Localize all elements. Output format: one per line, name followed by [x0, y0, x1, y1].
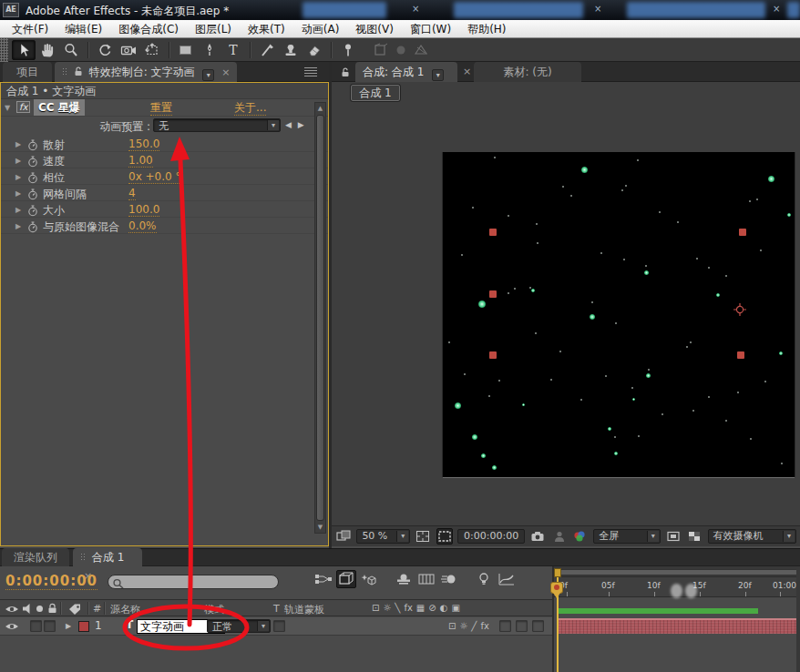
panel-menu-icon[interactable]	[304, 67, 317, 76]
always-preview-icon[interactable]	[335, 528, 352, 545]
switch-icon[interactable]: ⊡	[372, 603, 379, 613]
tab-render-queue[interactable]: 渲染队列	[2, 548, 69, 566]
property-expand-caret[interactable]	[15, 157, 21, 165]
resolution-dropdown[interactable]: 全屏	[593, 529, 661, 544]
hand-tool-icon[interactable]	[36, 40, 59, 60]
pen-tool-icon[interactable]	[198, 40, 221, 60]
switch-icon[interactable]: ▦	[416, 603, 425, 613]
puppet-pin-tool-icon[interactable]	[336, 40, 360, 60]
draft-3d-icon[interactable]	[336, 570, 356, 588]
column-t[interactable]: T	[273, 603, 280, 615]
layer-expand-caret[interactable]	[66, 622, 71, 630]
camera-view-dropdown[interactable]: 有效摄像机	[708, 529, 796, 544]
property-expand-caret[interactable]	[15, 173, 21, 181]
dropdown-arrow-icon[interactable]	[267, 120, 279, 130]
tab-composition[interactable]: 合成: 合成 1	[355, 62, 457, 82]
motion-blur-icon[interactable]	[439, 570, 459, 588]
comp-navigator-button[interactable]: 合成 1	[351, 85, 400, 101]
menu-item[interactable]: 效果(T)	[240, 20, 293, 38]
lock-icon[interactable]	[74, 66, 83, 76]
menu-item[interactable]: 视图(V)	[347, 20, 402, 38]
tab-close-icon[interactable]	[221, 66, 230, 78]
switch-box[interactable]	[532, 620, 544, 632]
tab-footage[interactable]: 素材: (无)	[474, 62, 581, 82]
stopwatch-icon[interactable]	[27, 219, 38, 237]
column-number[interactable]: #	[93, 603, 101, 615]
fx-badge-icon[interactable]: fx	[16, 101, 30, 113]
property-value[interactable]: 100.0	[128, 203, 159, 217]
scroll-down-icon[interactable]: ▼	[315, 522, 325, 533]
lock-icon[interactable]	[341, 67, 350, 77]
channel-rgb-icon[interactable]	[572, 528, 589, 545]
menu-item[interactable]: 帮助(H)	[459, 20, 514, 38]
menu-item[interactable]: 编辑(E)	[56, 20, 110, 38]
camera-tool-icon[interactable]	[117, 40, 140, 60]
menu-item[interactable]: 图层(L)	[187, 20, 240, 38]
label-color-swatch[interactable]	[78, 621, 89, 632]
brainstorm-icon[interactable]	[474, 570, 494, 588]
selection-tool-icon[interactable]	[12, 40, 36, 60]
layer-eye-icon[interactable]	[5, 621, 19, 632]
preset-prev-next-icons[interactable]: ◀ ▶	[285, 120, 306, 129]
property-expand-caret[interactable]	[15, 222, 21, 230]
magnification-dropdown[interactable]: 50 %	[356, 529, 410, 544]
layer-handle[interactable]	[489, 229, 497, 236]
anchor-crosshair-icon[interactable]	[733, 302, 746, 315]
property-value[interactable]: 0.0%	[128, 219, 157, 233]
video-eye-icon[interactable]	[5, 604, 19, 615]
menu-item[interactable]: 窗口(W)	[402, 20, 459, 38]
layer-switch-icon[interactable]: ☼	[459, 621, 467, 631]
effect-name[interactable]: CC 星爆	[34, 99, 85, 116]
live-update-icon[interactable]	[359, 570, 379, 588]
solo-checkbox[interactable]	[44, 620, 56, 632]
scrollbar-thumb[interactable]	[316, 115, 324, 521]
safe-margins-icon[interactable]	[415, 528, 431, 545]
transparency-grid-icon[interactable]	[686, 528, 703, 545]
property-expand-caret[interactable]	[15, 206, 21, 214]
layer-switch-icon[interactable]: ⊡	[448, 621, 456, 631]
frame-blending-icon[interactable]	[416, 570, 436, 588]
current-timecode[interactable]: 0:00:00:00	[5, 573, 97, 590]
rectangle-tool-icon[interactable]	[174, 40, 198, 60]
switch-icon[interactable]: ╲	[395, 603, 400, 613]
property-expand-caret[interactable]	[15, 140, 21, 148]
viewer-timecode[interactable]: 0:00:00:00	[457, 529, 525, 544]
dropdown-arrow-icon[interactable]	[396, 531, 408, 542]
layer-duration-bar[interactable]	[558, 618, 800, 634]
switch-icon[interactable]: ☼	[383, 603, 391, 613]
property-expand-caret[interactable]	[15, 189, 21, 198]
tab-effect-controls[interactable]: 特效控制台: 文字动画	[55, 62, 237, 82]
dropdown-arrow-icon[interactable]	[647, 531, 659, 542]
effect-expand-caret[interactable]	[5, 104, 10, 112]
property-value[interactable]: 4	[128, 187, 136, 200]
tab-dropdown-icon[interactable]	[202, 69, 214, 81]
work-area-start-handle[interactable]	[554, 568, 561, 577]
column-track-matte[interactable]: 轨道蒙板	[284, 603, 324, 616]
scroll-up-icon[interactable]: ▲	[315, 103, 325, 114]
tab-dropdown-icon[interactable]	[432, 69, 444, 81]
show-snapshot-icon[interactable]	[551, 528, 568, 545]
current-time-indicator-head[interactable]	[550, 582, 563, 594]
dropdown-arrow-icon[interactable]	[783, 531, 795, 542]
target-region-icon[interactable]	[665, 528, 682, 545]
rotation-tool-icon[interactable]	[93, 40, 117, 60]
brush-tool-icon[interactable]	[255, 40, 279, 60]
column-mode[interactable]: 模式	[204, 603, 224, 616]
zoom-tool-icon[interactable]	[59, 40, 83, 60]
switch-icon[interactable]: ◐	[440, 603, 448, 613]
label-tag-icon[interactable]	[67, 603, 82, 615]
switch-icon[interactable]: ▣	[451, 603, 459, 613]
comp-mini-flowchart-icon[interactable]	[313, 570, 333, 588]
region-of-interest-icon[interactable]	[436, 528, 454, 545]
work-area-bar[interactable]	[559, 569, 800, 575]
layer-switch-icon[interactable]: fx	[480, 621, 488, 631]
switch-box[interactable]	[516, 620, 528, 632]
snapshot-camera-icon[interactable]	[529, 528, 546, 545]
blend-mode-dropdown[interactable]: 正常	[207, 619, 271, 633]
layer-handle[interactable]	[739, 229, 746, 236]
switch-icon[interactable]: fx	[404, 603, 412, 613]
clone-stamp-tool-icon[interactable]	[279, 40, 303, 60]
effects-scrollbar[interactable]: ▲ ▼	[314, 102, 326, 534]
layer-handle[interactable]	[489, 290, 497, 298]
solo-icon[interactable]	[36, 606, 43, 612]
